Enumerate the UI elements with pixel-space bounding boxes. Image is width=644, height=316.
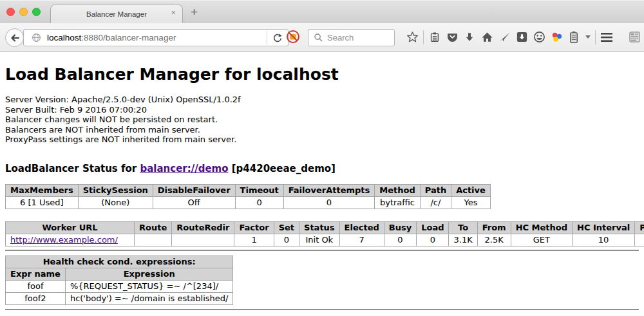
navigation-toolbar: localhost:8880/balancer-manager	[0, 23, 644, 51]
status-suffix: [p4420eeae_demo]	[229, 163, 336, 174]
worker-url-link[interactable]: http://www.example.com/	[10, 235, 118, 245]
site-identity-globe-icon[interactable]	[32, 33, 41, 42]
home-icon[interactable]	[480, 30, 493, 44]
tab-title: Balancer Manager	[86, 10, 147, 18]
menu-hamburger-icon[interactable]	[600, 30, 613, 44]
toolbar-icon-strip	[406, 23, 641, 51]
back-arrow-icon	[9, 33, 21, 43]
col-status: Status	[299, 221, 340, 234]
overflow-caret-icon[interactable]	[585, 30, 591, 44]
worker-status-table: Worker URL Route RouteRedir Factor Set S…	[5, 221, 644, 246]
zoom-window-button[interactable]	[32, 8, 41, 16]
downloads-arrow-icon[interactable]	[463, 30, 476, 44]
cell-timeout: 0	[235, 196, 283, 209]
cell-worker-url: http://www.example.com/	[6, 234, 135, 246]
cell-expr-name: foof	[6, 280, 66, 292]
cell-failoverattempts: 0	[283, 196, 375, 209]
cell-factor: 1	[234, 234, 274, 246]
cell-maxmembers: 6 [1 Used]	[6, 196, 79, 209]
cell-route	[135, 234, 172, 246]
browser-window: Balancer Manager × + localhost:8880/bala…	[0, 0, 644, 316]
search-bar[interactable]	[308, 29, 395, 46]
cell-path: /c/	[420, 196, 451, 209]
server-built-line: Server Built: Feb 9 2016 07:00:20	[5, 105, 639, 115]
table-row: foof2 hc('body') =~ /domain is establish…	[6, 292, 233, 304]
balancer-settings-table: MaxMembers StickySession DisableFailover…	[5, 184, 491, 209]
toolbar-divider	[423, 30, 424, 44]
col-set: Set	[274, 221, 299, 234]
tab-bar: Balancer Manager × +	[0, 0, 644, 23]
col-method: Method	[375, 184, 420, 196]
cell-stickysession: (None)	[78, 196, 153, 209]
health-check-expressions-table: Health check cond. expressions: Expr nam…	[5, 256, 233, 305]
col-to: To	[449, 221, 477, 234]
cell-to: 3.1K	[449, 234, 477, 246]
col-failoverattempts: FailoverAttempts	[283, 184, 375, 196]
cell-routeredir	[172, 234, 234, 246]
col-expression: Expression	[65, 268, 233, 280]
cell-expression: %{REQUEST_STATUS} =~ /^[234]/	[65, 280, 233, 292]
cell-disablefailover: Off	[153, 196, 235, 209]
download-panel-icon[interactable]	[515, 30, 528, 44]
extension-grid-icon[interactable]	[628, 30, 641, 44]
cell-from: 2.5K	[477, 234, 511, 246]
col-timeout: Timeout	[235, 184, 283, 196]
page-title: Load Balancer Manager for localhost	[5, 51, 639, 84]
col-routeredir: RouteRedir	[172, 221, 234, 234]
health-table-title: Health check cond. expressions:	[6, 256, 233, 268]
table-title-row: Health check cond. expressions:	[6, 256, 233, 268]
new-tab-button[interactable]: +	[191, 5, 198, 19]
proxypass-notice-line: ProxyPass settings are NOT inherited fro…	[5, 135, 639, 145]
color-dots-extension-icon[interactable]	[550, 30, 563, 44]
send-tab-icon[interactable]	[498, 30, 511, 44]
col-hc-method: HC Method	[511, 221, 572, 234]
cell-elected: 7	[339, 234, 384, 246]
page-bottom-divider	[5, 309, 639, 310]
back-button[interactable]	[5, 28, 24, 47]
url-bar[interactable]: localhost:8880/balancer-manager	[23, 29, 289, 46]
url-text[interactable]: localhost:8880/balancer-manager	[47, 33, 267, 42]
window-controls	[6, 8, 41, 16]
col-busy: Busy	[384, 221, 416, 234]
minimize-window-button[interactable]	[19, 8, 28, 16]
cell-method: bytraffic	[375, 196, 420, 209]
reload-icon	[272, 33, 283, 43]
cell-expression: hc('body') =~ /domain is established/	[65, 292, 233, 304]
table-header-row: MaxMembers StickySession DisableFailover…	[6, 184, 491, 196]
persist-notice-line: Balancer changes will NOT be persisted o…	[5, 115, 639, 125]
col-expr-name: Expr name	[6, 268, 66, 280]
bookmark-star-icon[interactable]	[406, 30, 419, 44]
col-passes: Passes	[635, 221, 644, 234]
tab-balancer-manager[interactable]: Balancer Manager ×	[50, 4, 183, 24]
cell-hc-interval: 10	[573, 234, 635, 246]
toolbar-divider	[595, 30, 596, 44]
pocket-icon[interactable]	[446, 30, 459, 44]
col-route: Route	[135, 221, 172, 234]
search-icon	[314, 33, 323, 42]
col-hc-interval: HC Interval	[573, 221, 635, 234]
search-input[interactable]	[327, 33, 385, 42]
table-row: foof %{REQUEST_STATUS} =~ /^[234]/	[6, 280, 233, 292]
col-path: Path	[420, 184, 451, 196]
cell-busy: 0	[384, 234, 416, 246]
server-version-line: Server Version: Apache/2.5.0-dev (Unix) …	[5, 95, 639, 105]
cell-expr-name: foof2	[6, 292, 66, 304]
col-stickysession: StickySession	[78, 184, 153, 196]
col-from: From	[477, 221, 511, 234]
col-disablefailover: DisableFailover	[153, 184, 235, 196]
smiley-extension-icon[interactable]	[533, 30, 545, 44]
reload-button[interactable]	[267, 33, 288, 43]
table-header-row: Expr name Expression	[6, 268, 233, 280]
close-window-button[interactable]	[6, 8, 15, 16]
balancer-demo-link[interactable]: balancer://demo	[140, 163, 228, 174]
loadbalancer-status-heading: LoadBalancer Status for balancer://demo …	[5, 163, 639, 174]
col-factor: Factor	[234, 221, 274, 234]
flashblock-icon[interactable]	[286, 30, 300, 46]
battery-extension-icon[interactable]	[567, 30, 580, 44]
inherit-notice-line: Balancers are NOT inherited from main se…	[5, 125, 639, 135]
tab-close-icon[interactable]: ×	[171, 8, 176, 17]
url-path: :8880/balancer-manager	[81, 33, 176, 42]
reading-list-icon[interactable]	[428, 30, 441, 44]
cell-status: Init Ok	[299, 234, 340, 246]
col-maxmembers: MaxMembers	[6, 184, 79, 196]
